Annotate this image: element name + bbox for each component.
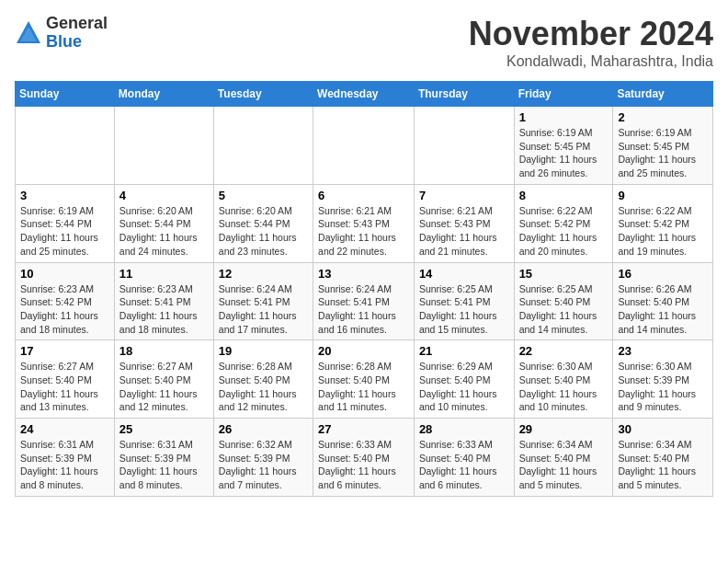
weekday-header: Sunday xyxy=(16,82,115,107)
day-info: Sunrise: 6:25 AM Sunset: 5:40 PM Dayligh… xyxy=(519,282,609,337)
day-number: 15 xyxy=(519,267,609,281)
day-number: 4 xyxy=(119,189,209,202)
weekday-header: Tuesday xyxy=(213,82,313,107)
day-number: 13 xyxy=(318,267,409,281)
calendar-week-row: 10Sunrise: 6:23 AM Sunset: 5:42 PM Dayli… xyxy=(16,262,713,340)
calendar-cell: 4Sunrise: 6:20 AM Sunset: 5:44 PM Daylig… xyxy=(114,184,213,262)
calendar-cell: 27Sunrise: 6:33 AM Sunset: 5:40 PM Dayli… xyxy=(313,419,415,497)
calendar-cell xyxy=(414,107,514,185)
day-info: Sunrise: 6:28 AM Sunset: 5:40 PM Dayligh… xyxy=(219,360,308,414)
day-number: 1 xyxy=(519,110,609,124)
calendar-cell: 12Sunrise: 6:24 AM Sunset: 5:41 PM Dayli… xyxy=(213,262,313,340)
day-number: 7 xyxy=(419,189,509,202)
calendar-cell: 28Sunrise: 6:33 AM Sunset: 5:40 PM Dayli… xyxy=(414,419,514,497)
day-number: 5 xyxy=(219,189,308,202)
day-info: Sunrise: 6:33 AM Sunset: 5:40 PM Dayligh… xyxy=(419,438,509,492)
day-number: 25 xyxy=(119,422,209,436)
calendar-subtitle: Kondalwadi, Maharashtra, India xyxy=(469,53,713,70)
calendar-week-row: 3Sunrise: 6:19 AM Sunset: 5:44 PM Daylig… xyxy=(16,184,713,262)
day-number: 22 xyxy=(519,344,609,358)
calendar-cell: 13Sunrise: 6:24 AM Sunset: 5:41 PM Dayli… xyxy=(313,262,415,340)
day-info: Sunrise: 6:19 AM Sunset: 5:45 PM Dayligh… xyxy=(618,126,708,180)
day-info: Sunrise: 6:30 AM Sunset: 5:39 PM Dayligh… xyxy=(618,360,708,414)
day-number: 18 xyxy=(119,344,209,358)
day-number: 26 xyxy=(219,422,308,436)
calendar-cell: 2Sunrise: 6:19 AM Sunset: 5:45 PM Daylig… xyxy=(613,107,713,185)
day-number: 3 xyxy=(20,189,109,202)
day-info: Sunrise: 6:31 AM Sunset: 5:39 PM Dayligh… xyxy=(20,438,109,492)
weekday-header-row: SundayMondayTuesdayWednesdayThursdayFrid… xyxy=(16,82,713,107)
calendar-cell: 29Sunrise: 6:34 AM Sunset: 5:40 PM Dayli… xyxy=(514,419,613,497)
calendar-table: SundayMondayTuesdayWednesdayThursdayFrid… xyxy=(15,81,713,497)
day-number: 23 xyxy=(618,344,708,358)
calendar-cell: 17Sunrise: 6:27 AM Sunset: 5:40 PM Dayli… xyxy=(16,340,115,419)
calendar-cell xyxy=(114,107,213,185)
day-info: Sunrise: 6:26 AM Sunset: 5:40 PM Dayligh… xyxy=(618,282,708,337)
day-info: Sunrise: 6:24 AM Sunset: 5:41 PM Dayligh… xyxy=(219,282,308,337)
logo: General Blue xyxy=(15,15,108,52)
day-info: Sunrise: 6:23 AM Sunset: 5:42 PM Dayligh… xyxy=(20,282,109,337)
day-number: 29 xyxy=(519,422,609,436)
day-info: Sunrise: 6:27 AM Sunset: 5:40 PM Dayligh… xyxy=(119,360,209,414)
calendar-body: 1Sunrise: 6:19 AM Sunset: 5:45 PM Daylig… xyxy=(16,107,713,497)
day-number: 9 xyxy=(618,189,708,202)
calendar-cell: 1Sunrise: 6:19 AM Sunset: 5:45 PM Daylig… xyxy=(514,107,613,185)
calendar-cell: 25Sunrise: 6:31 AM Sunset: 5:39 PM Dayli… xyxy=(114,419,213,497)
calendar-cell: 14Sunrise: 6:25 AM Sunset: 5:41 PM Dayli… xyxy=(414,262,514,340)
title-block: November 2024 Kondalwadi, Maharashtra, I… xyxy=(469,15,713,70)
day-info: Sunrise: 6:19 AM Sunset: 5:44 PM Dayligh… xyxy=(20,204,109,259)
calendar-cell: 22Sunrise: 6:30 AM Sunset: 5:40 PM Dayli… xyxy=(514,340,613,419)
calendar-week-row: 17Sunrise: 6:27 AM Sunset: 5:40 PM Dayli… xyxy=(16,340,713,419)
day-number: 20 xyxy=(318,344,409,358)
weekday-header: Friday xyxy=(514,82,613,107)
calendar-week-row: 1Sunrise: 6:19 AM Sunset: 5:45 PM Daylig… xyxy=(16,107,713,185)
day-number: 10 xyxy=(20,267,109,281)
calendar-cell: 7Sunrise: 6:21 AM Sunset: 5:43 PM Daylig… xyxy=(414,184,514,262)
calendar-cell: 9Sunrise: 6:22 AM Sunset: 5:42 PM Daylig… xyxy=(613,184,713,262)
calendar-cell: 20Sunrise: 6:28 AM Sunset: 5:40 PM Dayli… xyxy=(313,340,415,419)
day-info: Sunrise: 6:24 AM Sunset: 5:41 PM Dayligh… xyxy=(318,282,409,337)
day-number: 11 xyxy=(119,267,209,281)
day-info: Sunrise: 6:28 AM Sunset: 5:40 PM Dayligh… xyxy=(318,360,409,414)
day-number: 24 xyxy=(20,422,109,436)
day-number: 30 xyxy=(618,422,708,436)
calendar-cell: 6Sunrise: 6:21 AM Sunset: 5:43 PM Daylig… xyxy=(313,184,415,262)
calendar-cell: 30Sunrise: 6:34 AM Sunset: 5:40 PM Dayli… xyxy=(613,419,713,497)
calendar-cell xyxy=(16,107,115,185)
day-info: Sunrise: 6:20 AM Sunset: 5:44 PM Dayligh… xyxy=(119,204,209,259)
calendar-cell: 8Sunrise: 6:22 AM Sunset: 5:42 PM Daylig… xyxy=(514,184,613,262)
day-number: 19 xyxy=(219,344,308,358)
calendar-cell: 21Sunrise: 6:29 AM Sunset: 5:40 PM Dayli… xyxy=(414,340,514,419)
calendar-cell: 26Sunrise: 6:32 AM Sunset: 5:39 PM Dayli… xyxy=(213,419,313,497)
calendar-cell: 16Sunrise: 6:26 AM Sunset: 5:40 PM Dayli… xyxy=(613,262,713,340)
day-number: 12 xyxy=(219,267,308,281)
day-number: 14 xyxy=(419,267,509,281)
day-info: Sunrise: 6:22 AM Sunset: 5:42 PM Dayligh… xyxy=(519,204,609,259)
logo-general: General xyxy=(46,15,108,33)
day-info: Sunrise: 6:27 AM Sunset: 5:40 PM Dayligh… xyxy=(20,360,109,414)
logo-blue: Blue xyxy=(46,33,108,52)
calendar-cell: 15Sunrise: 6:25 AM Sunset: 5:40 PM Dayli… xyxy=(514,262,613,340)
weekday-header: Monday xyxy=(114,82,213,107)
day-info: Sunrise: 6:32 AM Sunset: 5:39 PM Dayligh… xyxy=(219,438,308,492)
day-info: Sunrise: 6:21 AM Sunset: 5:43 PM Dayligh… xyxy=(318,204,409,259)
day-number: 16 xyxy=(618,267,708,281)
day-number: 21 xyxy=(419,344,509,358)
day-info: Sunrise: 6:21 AM Sunset: 5:43 PM Dayligh… xyxy=(419,204,509,259)
weekday-header: Saturday xyxy=(613,82,713,107)
page-header: General Blue November 2024 Kondalwadi, M… xyxy=(15,15,713,70)
day-info: Sunrise: 6:30 AM Sunset: 5:40 PM Dayligh… xyxy=(519,360,609,414)
day-info: Sunrise: 6:33 AM Sunset: 5:40 PM Dayligh… xyxy=(318,438,409,492)
calendar-cell: 18Sunrise: 6:27 AM Sunset: 5:40 PM Dayli… xyxy=(114,340,213,419)
calendar-cell: 24Sunrise: 6:31 AM Sunset: 5:39 PM Dayli… xyxy=(16,419,115,497)
calendar-cell: 19Sunrise: 6:28 AM Sunset: 5:40 PM Dayli… xyxy=(213,340,313,419)
calendar-title: November 2024 xyxy=(469,15,713,53)
weekday-header: Thursday xyxy=(414,82,514,107)
calendar-cell: 5Sunrise: 6:20 AM Sunset: 5:44 PM Daylig… xyxy=(213,184,313,262)
day-info: Sunrise: 6:29 AM Sunset: 5:40 PM Dayligh… xyxy=(419,360,509,414)
day-info: Sunrise: 6:23 AM Sunset: 5:41 PM Dayligh… xyxy=(119,282,209,337)
day-info: Sunrise: 6:31 AM Sunset: 5:39 PM Dayligh… xyxy=(119,438,209,492)
day-info: Sunrise: 6:25 AM Sunset: 5:41 PM Dayligh… xyxy=(419,282,509,337)
day-number: 27 xyxy=(318,422,409,436)
calendar-cell: 23Sunrise: 6:30 AM Sunset: 5:39 PM Dayli… xyxy=(613,340,713,419)
